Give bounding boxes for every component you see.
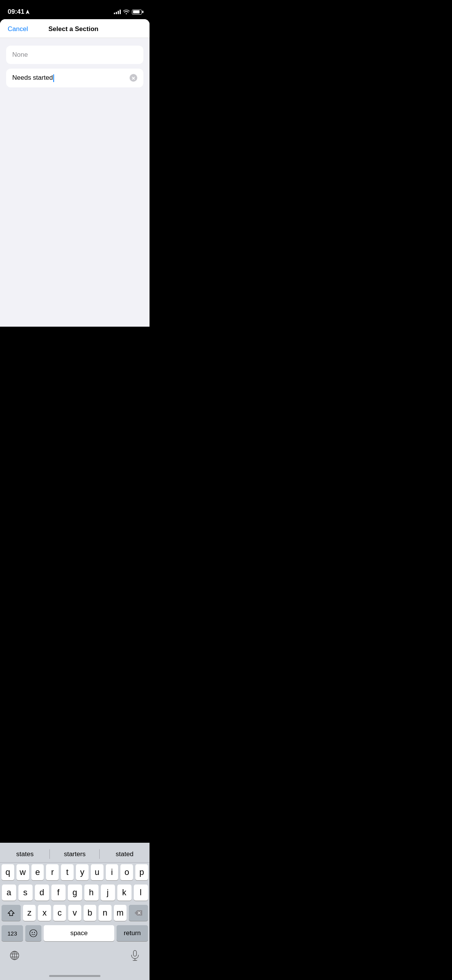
content-area: None Needs started: [0, 38, 150, 95]
status-icons: [114, 10, 142, 15]
battery-icon: [132, 10, 142, 15]
signal-bars-icon: [114, 10, 121, 14]
modal-sheet: Cancel Select a Section None Needs start…: [0, 19, 150, 327]
wifi-icon: [123, 10, 130, 14]
status-bar: 09:41: [0, 0, 150, 19]
nav-bar: Cancel Select a Section: [0, 19, 150, 38]
status-time: 09:41: [8, 8, 30, 16]
time-display: 09:41: [8, 8, 24, 16]
page-title: Select a Section: [48, 25, 98, 33]
battery-fill: [133, 10, 140, 13]
none-placeholder: None: [12, 51, 28, 59]
search-input-value: Needs started: [12, 74, 54, 82]
none-input-row[interactable]: None: [6, 46, 143, 64]
text-cursor: [53, 74, 54, 82]
clear-button[interactable]: [130, 74, 137, 82]
location-arrow-icon: [26, 10, 30, 14]
cancel-button[interactable]: Cancel: [8, 25, 28, 33]
search-input-row[interactable]: Needs started: [6, 69, 143, 87]
